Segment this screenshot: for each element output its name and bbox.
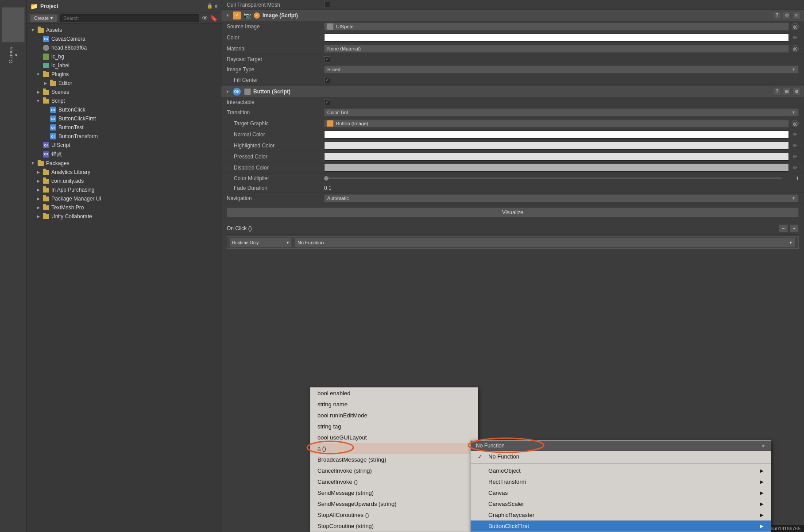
tree-item-button-click[interactable]: C# ButtonClick	[27, 105, 221, 114]
right-menu-graphic-raycaster[interactable]: GraphicRaycaster	[471, 509, 771, 520]
highlighted-color-edit[interactable]: ✏	[792, 142, 799, 149]
gizmos-label[interactable]: Gizmos ▼	[8, 47, 18, 63]
disabled-color-field[interactable]	[324, 164, 789, 172]
tree-item-unity-collaborate[interactable]: Unity Collaborate	[27, 212, 221, 221]
raycast-checkbox[interactable]	[324, 56, 330, 62]
menu-bool-run-edit[interactable]: bool runInEditMode	[310, 410, 478, 421]
image-help-icon[interactable]: ?	[773, 12, 781, 19]
image-color-row: Color ✏	[221, 32, 804, 43]
right-menu-rect-transform[interactable]: RectTransform	[471, 476, 771, 487]
navigation-row: Navigation Automatic ▼	[221, 193, 804, 204]
right-menu-gameobject[interactable]: GameObject	[471, 465, 771, 476]
tree-item-script[interactable]: Script	[27, 96, 221, 105]
image-color-edit-icon[interactable]: ✏	[792, 34, 799, 41]
material-field[interactable]: None (Material)	[324, 45, 789, 53]
fade-duration-label: Fade Duration	[227, 185, 324, 191]
tree-item-button-transform[interactable]: C# ButtonTransform	[27, 132, 221, 141]
menu-send-message[interactable]: SendMessage (string)	[310, 487, 478, 498]
menu-broadcast[interactable]: BroadcastMessage (string)	[310, 454, 478, 465]
right-menu-canvas-scaler[interactable]: CanvasScaler	[471, 498, 771, 509]
menu-stop-coroutine[interactable]: StopCoroutine (string)	[310, 520, 478, 532]
source-image-field[interactable]: UISprite	[324, 23, 789, 31]
transition-dropdown[interactable]: Color Tint ▼	[324, 108, 799, 116]
button-script-title: Button (Script)	[253, 89, 290, 95]
material-picker[interactable]: ◎	[792, 45, 799, 52]
image-color-field[interactable]	[324, 34, 789, 42]
tree-item-ic-bg[interactable]: ic_bg	[27, 52, 221, 61]
tree-item-head[interactable]: head.88ba9f6a	[27, 43, 221, 52]
tree-packages[interactable]: Packages	[27, 159, 221, 168]
cull-transparent-checkbox[interactable]	[324, 2, 330, 8]
menu-a-func[interactable]: a ()	[310, 443, 478, 454]
image-script-title: Image (Script)	[263, 12, 298, 19]
disabled-color-edit[interactable]: ✏	[792, 164, 799, 171]
create-button[interactable]: Create ▼	[30, 14, 58, 22]
image-section-arrow[interactable]	[225, 13, 230, 18]
textmesh-label: TextMesh Pro	[51, 204, 84, 211]
tree-item-ic-label[interactable]: ic_label	[27, 61, 221, 70]
fill-center-checkbox[interactable]	[324, 77, 330, 83]
image-gear-icon[interactable]: ≡	[792, 12, 800, 19]
visualize-button[interactable]: Visualize	[227, 208, 799, 217]
normal-color-edit[interactable]: ✏	[792, 131, 799, 138]
tree-item-ui-script[interactable]: C# UIScript	[27, 141, 221, 150]
target-graphic-field[interactable]: Button (Image)	[324, 120, 789, 127]
color-multiplier-slider[interactable]	[324, 177, 782, 179]
menu-icon[interactable]: ≡	[215, 4, 217, 9]
menu-string-tag[interactable]: string tag	[310, 421, 478, 432]
button-section-arrow[interactable]	[225, 89, 230, 94]
tree-assets[interactable]: Assets	[27, 26, 221, 35]
menu-bool-use-gui[interactable]: bool useGUILayout	[310, 432, 478, 443]
menu-cancel-invoke[interactable]: CancelInvoke ()	[310, 476, 478, 487]
tree-item-editor[interactable]: Editor	[27, 79, 221, 88]
menu-stop-all[interactable]: StopAllCoroutines ()	[310, 509, 478, 520]
image-settings-icon[interactable]: ⚙	[783, 12, 791, 19]
onclick-plus-btn[interactable]: +	[790, 224, 799, 232]
tree-item-com-unity-ads[interactable]: com.unity.ads	[27, 177, 221, 185]
target-graphic-ref-icon	[327, 120, 333, 127]
target-graphic-picker[interactable]: ◎	[792, 120, 799, 127]
runtime-dropdown[interactable]: Runtime Only ▼	[230, 238, 292, 247]
menu-cancel-invoke-str[interactable]: CancelInvoke (string)	[310, 465, 478, 476]
menu-send-message-up[interactable]: SendMessageUpwards (string)	[310, 498, 478, 509]
tree-item-plugins[interactable]: Plugins	[27, 70, 221, 79]
menu-bool-enabled[interactable]: bool enabled	[310, 388, 478, 399]
unity-collaborate-icon	[43, 213, 50, 220]
source-image-ref-icon	[327, 23, 333, 30]
tree-item-in-app[interactable]: In App Purchasing	[27, 185, 221, 194]
tree-item-anchor[interactable]: C# 锚点	[27, 150, 221, 159]
button-click-label: ButtonClick	[58, 107, 85, 113]
view-icon[interactable]: 👁	[202, 15, 208, 22]
pressed-color-edit[interactable]: ✏	[792, 153, 799, 160]
right-menu-canvas[interactable]: Canvas	[471, 487, 771, 498]
script-folder-icon	[43, 97, 50, 104]
tree-item-textmesh[interactable]: TextMesh Pro	[27, 203, 221, 212]
no-function-dropdown[interactable]: No Function ▼	[294, 238, 796, 247]
tree-item-cavas-camera[interactable]: C# CavasCamera	[27, 35, 221, 43]
ic-bg-label: ic_bg	[51, 54, 64, 60]
navigation-dropdown[interactable]: Automatic ▼	[324, 194, 799, 202]
filter-icon[interactable]: 🔖	[210, 15, 217, 22]
highlighted-color-field[interactable]	[324, 142, 789, 150]
tree-item-button-test[interactable]: C# ButtonTest	[27, 123, 221, 132]
highlighted-color-label: Highlighted Color	[227, 143, 324, 149]
tree-item-button-click-first[interactable]: C# ButtonClickFIrst	[27, 114, 221, 123]
search-input[interactable]	[60, 14, 199, 22]
menu-string-name[interactable]: string name	[310, 399, 478, 410]
right-menu-button-click-first[interactable]: ButtonClickFIrst	[471, 520, 771, 532]
normal-color-field[interactable]	[324, 131, 789, 139]
interactable-checkbox[interactable]	[324, 99, 330, 105]
button-help-icon[interactable]: ?	[773, 88, 781, 96]
pressed-color-field[interactable]	[324, 153, 789, 161]
onclick-event-row: Runtime Only ▼ No Function ▼	[227, 236, 799, 249]
button-gear-icon[interactable]: ⚙	[792, 88, 800, 96]
right-menu-no-function[interactable]: No Function	[471, 451, 771, 462]
button-settings-icon[interactable]: ⊞	[783, 88, 791, 96]
onclick-minus-btn[interactable]: −	[779, 224, 788, 232]
source-image-picker[interactable]: ◎	[792, 23, 799, 30]
image-type-dropdown[interactable]: Sliced ▼	[324, 66, 799, 73]
tree-item-analytics[interactable]: Analytics Library	[27, 168, 221, 177]
tree-item-scenes[interactable]: Scenes	[27, 88, 221, 96]
lock-icon[interactable]: 🔒	[207, 3, 213, 9]
tree-item-package-manager[interactable]: Package Manager UI	[27, 194, 221, 203]
